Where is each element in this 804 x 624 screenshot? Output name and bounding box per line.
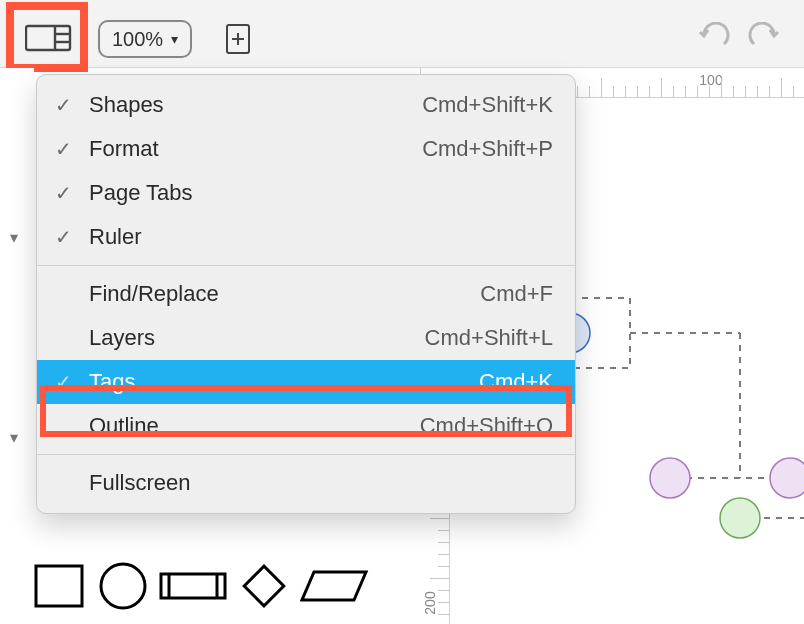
shape-rectangle[interactable]	[30, 560, 88, 612]
chevron-down-icon[interactable]: ▾	[10, 228, 18, 247]
menu-item-label: Shapes	[89, 92, 164, 118]
check-icon: ✓	[55, 93, 89, 117]
undo-button[interactable]	[694, 22, 734, 56]
menu-item-shortcut: Cmd+K	[479, 369, 553, 395]
check-icon: ✓	[55, 137, 89, 161]
redo-button[interactable]	[744, 22, 784, 56]
shape-slot[interactable]	[158, 571, 228, 601]
menu-item-shortcut: Cmd+Shift+K	[422, 92, 553, 118]
menu-item-find-replace[interactable]: Find/Replace Cmd+F	[37, 272, 575, 316]
menu-item-label: Tags	[89, 369, 135, 395]
menu-separator	[37, 265, 575, 266]
ruler-label: 200	[422, 591, 438, 614]
view-menu: ✓ Shapes Cmd+Shift+K ✓ Format Cmd+Shift+…	[36, 74, 576, 514]
menu-item-outline[interactable]: Outline Cmd+Shift+O	[37, 404, 575, 448]
menu-item-label: Format	[89, 136, 159, 162]
menu-item-fullscreen[interactable]: Fullscreen	[37, 461, 575, 505]
svg-marker-13	[302, 572, 366, 600]
zoom-select[interactable]: 100% ▾	[98, 20, 192, 58]
left-sidebar-strip: ▾ ▾	[0, 68, 34, 558]
menu-item-label: Fullscreen	[89, 470, 190, 496]
chevron-down-icon[interactable]: ▾	[10, 428, 18, 447]
menu-item-layers[interactable]: Layers Cmd+Shift+L	[37, 316, 575, 360]
menu-item-label: Ruler	[89, 224, 142, 250]
menu-item-shortcut: Cmd+Shift+L	[425, 325, 553, 351]
svg-rect-9	[161, 574, 225, 598]
menu-item-shapes[interactable]: ✓ Shapes Cmd+Shift+K	[37, 83, 575, 127]
menu-item-shortcut: Cmd+F	[480, 281, 553, 307]
svg-rect-0	[26, 26, 70, 50]
svg-point-20	[650, 458, 690, 498]
check-icon: ✓	[55, 370, 89, 394]
menu-item-ruler[interactable]: ✓ Ruler	[37, 215, 575, 259]
menu-item-shortcut: Cmd+Shift+P	[422, 136, 553, 162]
shape-palette	[30, 558, 370, 614]
menu-item-page-tabs[interactable]: ✓ Page Tabs	[37, 171, 575, 215]
menu-item-shortcut: Cmd+Shift+O	[420, 413, 553, 439]
menu-separator	[37, 454, 575, 455]
shape-diamond[interactable]	[236, 558, 292, 614]
shape-circle[interactable]	[96, 560, 150, 612]
svg-rect-7	[36, 566, 82, 606]
ruler-label: 100	[699, 72, 722, 88]
check-icon: ✓	[55, 181, 89, 205]
menu-item-label: Outline	[89, 413, 159, 439]
shape-parallelogram[interactable]	[300, 566, 370, 606]
menu-item-format[interactable]: ✓ Format Cmd+Shift+P	[37, 127, 575, 171]
svg-point-21	[770, 458, 804, 498]
check-icon: ✓	[55, 225, 89, 249]
menu-item-label: Find/Replace	[89, 281, 219, 307]
zoom-value: 100%	[112, 28, 163, 51]
new-page-button[interactable]	[224, 22, 254, 56]
chevron-down-icon: ▾	[171, 31, 178, 47]
menu-item-tags[interactable]: ✓ Tags Cmd+K	[37, 360, 575, 404]
svg-point-22	[720, 498, 760, 538]
svg-rect-12	[244, 566, 284, 606]
menu-item-label: Layers	[89, 325, 155, 351]
svg-point-8	[101, 564, 145, 608]
toolbar: 100% ▾	[0, 0, 804, 68]
menu-item-label: Page Tabs	[89, 180, 193, 206]
view-toggle-button[interactable]	[25, 22, 73, 56]
